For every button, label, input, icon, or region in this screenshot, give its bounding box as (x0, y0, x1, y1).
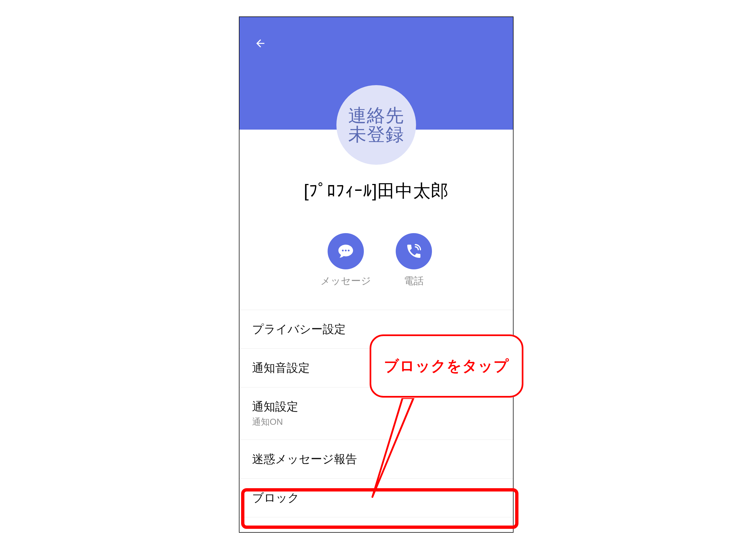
call-button[interactable]: 電話 (396, 233, 432, 288)
annotation-tail (367, 393, 449, 502)
annotation-callout: ブロックをタップ (370, 334, 523, 398)
chat-icon (327, 233, 364, 269)
call-label: 電話 (404, 274, 424, 288)
arrow-back-icon (254, 37, 267, 50)
svg-line-6 (372, 398, 413, 497)
svg-point-0 (342, 250, 344, 251)
avatar[interactable]: 連絡先 未登録 (336, 85, 416, 165)
profile-name: [ﾌﾟﾛﾌｨｰﾙ]田中太郎 (239, 179, 513, 203)
svg-point-1 (345, 250, 347, 251)
message-button[interactable]: メッセージ (320, 233, 371, 288)
message-label: メッセージ (320, 274, 371, 288)
action-row: メッセージ 電話 (239, 233, 513, 288)
avatar-text-line1: 連絡先 (348, 106, 404, 125)
svg-point-2 (348, 250, 349, 251)
back-button[interactable] (252, 35, 269, 52)
avatar-text-line2: 未登録 (348, 125, 404, 144)
annotation-text: ブロックをタップ (384, 356, 509, 376)
svg-line-5 (372, 398, 402, 497)
phone-icon (396, 233, 432, 269)
